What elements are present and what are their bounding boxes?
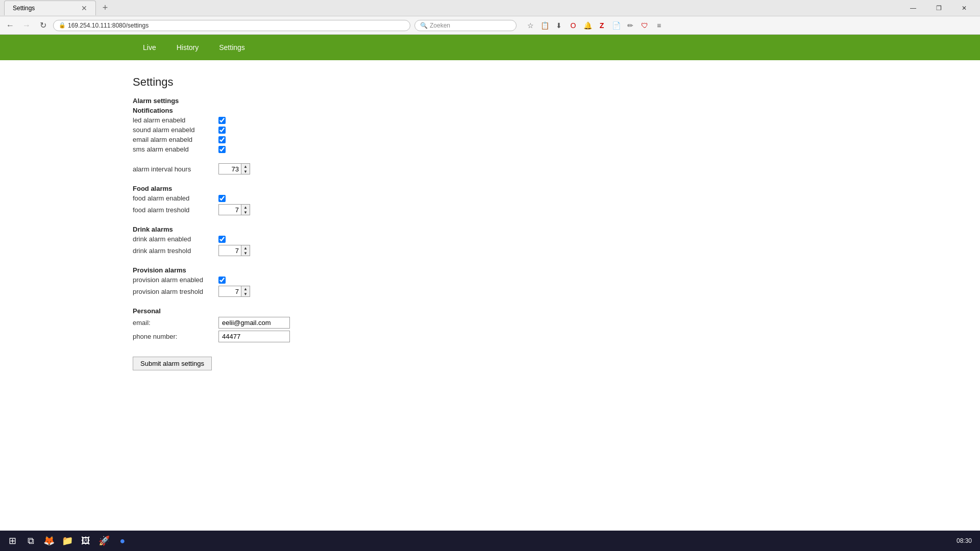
nav-live[interactable]: Live — [133, 36, 166, 59]
window-controls: — ❐ ✕ — [901, 0, 976, 16]
provision-alarms-group: Provision alarms provision alarm enabled… — [133, 266, 847, 297]
url-text: 169.254.10.111:8080/settings — [68, 22, 149, 29]
food-threshold-spinner: ▲ ▼ — [241, 204, 250, 215]
app-icon-2[interactable]: 🚀 — [96, 533, 112, 549]
chrome-icon[interactable]: ● — [114, 533, 131, 549]
bookmark-icon[interactable]: ☆ — [525, 20, 536, 31]
food-threshold-up[interactable]: ▲ — [241, 205, 250, 210]
lock-icon: 🔒 — [59, 22, 66, 29]
download-icon[interactable]: ⬇ — [553, 20, 565, 31]
food-alarm-enabled-label: food alarm enabled — [133, 194, 214, 202]
back-button[interactable]: ← — [4, 19, 16, 32]
forward-button[interactable]: → — [20, 19, 33, 32]
address-bar: ← → ↻ 🔒 169.254.10.111:8080/settings 🔍 Z… — [0, 16, 980, 35]
menu-icon[interactable]: ≡ — [653, 20, 665, 31]
page-content: Live History Settings Settings Alarm set… — [0, 35, 980, 551]
provision-threshold-down[interactable]: ▼ — [241, 291, 250, 296]
opera-icon[interactable]: O — [568, 20, 579, 31]
sms-alarm-label: sms alarm enabeld — [133, 145, 214, 153]
provision-threshold-up[interactable]: ▲ — [241, 286, 250, 291]
alarm-interval-group: alarm interval hours ▲ ▼ — [133, 163, 847, 174]
phone-row: phone number: — [133, 331, 847, 342]
refresh-button[interactable]: ↻ — [37, 19, 49, 32]
drink-alarm-enabled-row: drink alarm enabled — [133, 235, 847, 243]
food-alarm-enabled-checkbox[interactable] — [218, 195, 226, 202]
notification-icon[interactable]: 🔔 — [582, 20, 593, 31]
alarm-settings-group: Alarm settings Notifications led alarm e… — [133, 97, 847, 153]
food-threshold-field[interactable] — [218, 204, 241, 215]
email-alarm-checkbox[interactable] — [218, 136, 226, 143]
drink-threshold-spinner: ▲ ▼ — [241, 245, 250, 256]
email-alarm-label: email alarm enabeld — [133, 136, 214, 143]
search-icon: 🔍 — [420, 22, 428, 29]
drink-alarms-title: Drink alarms — [133, 226, 847, 233]
alarm-interval-spinner: ▲ ▼ — [241, 163, 250, 174]
email-field[interactable] — [218, 317, 290, 329]
email-label: email: — [133, 319, 214, 327]
provision-threshold-field[interactable] — [218, 286, 241, 297]
alarm-interval-row: alarm interval hours ▲ ▼ — [133, 163, 847, 174]
submit-alarm-settings-button[interactable]: Submit alarm settings — [133, 357, 212, 370]
drink-threshold-input: ▲ ▼ — [218, 245, 250, 256]
drink-threshold-down[interactable]: ▼ — [241, 251, 250, 256]
provision-alarm-enabled-checkbox[interactable] — [218, 277, 226, 284]
alarm-interval-down[interactable]: ▼ — [241, 169, 250, 174]
led-alarm-checkbox[interactable] — [218, 117, 226, 124]
drink-alarm-threshold-row: drink alarm treshold ▲ ▼ — [133, 245, 847, 256]
url-bar[interactable]: 🔒 169.254.10.111:8080/settings — [53, 20, 410, 31]
task-view-button[interactable]: ⧉ — [22, 533, 39, 549]
zotero-icon[interactable]: Z — [596, 20, 607, 31]
start-button[interactable]: ⊞ — [4, 533, 20, 549]
alarm-interval-up[interactable]: ▲ — [241, 164, 250, 169]
alarm-settings-title: Alarm settings — [133, 97, 847, 105]
food-alarm-threshold-row: food alarm treshold ▲ ▼ — [133, 204, 847, 215]
food-alarms-title: Food alarms — [133, 185, 847, 192]
food-threshold-down[interactable]: ▼ — [241, 210, 250, 215]
drink-alarm-threshold-label: drink alarm treshold — [133, 247, 214, 255]
firefox-icon[interactable]: 🦊 — [41, 533, 57, 549]
nav-bar: Live History Settings — [0, 35, 980, 60]
phone-label: phone number: — [133, 333, 214, 340]
sound-alarm-checkbox[interactable] — [218, 127, 226, 134]
personal-title: Personal — [133, 307, 847, 315]
email-alarm-row: email alarm enabeld — [133, 136, 847, 143]
provision-alarm-threshold-label: provision alarm treshold — [133, 288, 214, 295]
files-icon[interactable]: 📁 — [59, 533, 76, 549]
food-threshold-input: ▲ ▼ — [218, 204, 250, 215]
provision-threshold-spinner: ▲ ▼ — [241, 286, 250, 297]
alarm-interval-input: ▲ ▼ — [218, 163, 250, 174]
tab-title: Settings — [13, 5, 35, 12]
minimize-button[interactable]: — — [901, 0, 925, 16]
sms-alarm-row: sms alarm enabeld — [133, 145, 847, 153]
save-icon[interactable]: 📋 — [539, 20, 550, 31]
edit-icon[interactable]: ✏ — [625, 20, 636, 31]
sms-alarm-checkbox[interactable] — [218, 146, 226, 153]
led-alarm-label: led alarm enabeld — [133, 116, 214, 124]
maximize-button[interactable]: ❐ — [927, 0, 950, 16]
tab-close-button[interactable]: ✕ — [81, 4, 87, 12]
led-alarm-row: led alarm enabeld — [133, 116, 847, 124]
drink-alarm-enabled-checkbox[interactable] — [218, 236, 226, 243]
close-button[interactable]: ✕ — [952, 0, 976, 16]
nav-settings[interactable]: Settings — [209, 36, 255, 59]
drink-alarms-group: Drink alarms drink alarm enabled drink a… — [133, 226, 847, 256]
phone-field[interactable] — [218, 331, 290, 342]
provision-alarm-enabled-row: provision alarm enabled — [133, 276, 847, 284]
new-tab-button[interactable]: + — [98, 1, 112, 15]
provision-alarm-enabled-label: provision alarm enabled — [133, 276, 214, 284]
drink-threshold-field[interactable] — [218, 245, 241, 256]
browser-tab[interactable]: Settings ✕ — [4, 1, 96, 15]
sound-alarm-label: sound alarm enabeld — [133, 126, 214, 134]
nav-history[interactable]: History — [166, 36, 209, 59]
reader-icon[interactable]: 📄 — [610, 20, 622, 31]
provision-alarms-title: Provision alarms — [133, 266, 847, 274]
alarm-interval-field[interactable] — [218, 163, 241, 174]
email-row: email: — [133, 317, 847, 329]
app-icon-1[interactable]: 🖼 — [78, 533, 94, 549]
sound-alarm-row: sound alarm enabeld — [133, 126, 847, 134]
shield-icon[interactable]: 🛡 — [639, 20, 650, 31]
search-box[interactable]: 🔍 Zoeken — [414, 20, 517, 31]
notifications-title: Notifications — [133, 107, 847, 114]
drink-threshold-up[interactable]: ▲ — [241, 245, 250, 251]
page-title: Settings — [133, 76, 847, 89]
